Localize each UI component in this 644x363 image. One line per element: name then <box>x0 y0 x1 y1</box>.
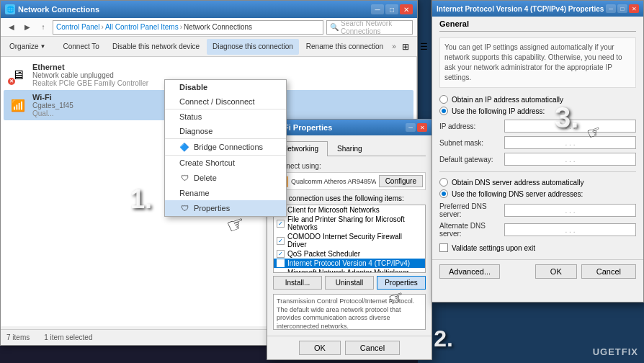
search-box[interactable]: 🔍 Search Network Connections <box>326 20 413 35</box>
selected-count: 1 item selected <box>44 333 92 341</box>
shortcut-menu-label: Create Shortcut <box>179 158 235 167</box>
diagnose-button[interactable]: Diagnose this connection <box>207 39 299 55</box>
wifi-ok-button[interactable]: OK <box>299 341 341 355</box>
rename-label: Rename this connection <box>306 42 383 50</box>
install-button[interactable]: Install... <box>273 276 322 290</box>
breadcrumb-current: Network Connections <box>184 23 252 31</box>
rename-menu-label: Rename <box>179 189 210 197</box>
advanced-button[interactable]: Advanced... <box>439 264 500 279</box>
auto-dns-radio[interactable] <box>439 178 448 187</box>
menu-diagnose[interactable]: Diagnose <box>165 124 286 139</box>
alternate-dns-row: Alternate DNS server: . . . <box>439 222 636 238</box>
sep2: › <box>180 23 182 31</box>
window-title: Network Connections <box>18 5 99 14</box>
tab-sharing[interactable]: Sharing <box>328 141 371 156</box>
organize-button[interactable]: Organize ▼ <box>4 39 52 55</box>
menu-status[interactable]: Status <box>165 109 286 124</box>
manual-ip-row[interactable]: Use the following IP address: <box>439 107 636 115</box>
checkbox-2[interactable]: ✓ <box>277 237 285 245</box>
ipv4-ok-button[interactable]: OK <box>535 264 577 279</box>
properties-action-button[interactable]: Properties <box>377 276 426 290</box>
list-item-1[interactable]: ✓ File and Printer Sharing for Microsoft… <box>274 215 425 232</box>
wifi-props-content: Networking Sharing Connect using: 📶 Qual… <box>267 135 431 336</box>
alternate-dns-input[interactable]: . . . <box>504 223 636 236</box>
wifi-cancel-button[interactable]: Cancel <box>345 341 400 355</box>
title-bar-left: 🌐 Network Connections <box>5 4 99 14</box>
subnet-mask-input[interactable]: . . . <box>504 136 636 149</box>
breadcrumb-all: All Control Panel Items <box>105 23 179 31</box>
description-box: Transmission Control Protocol/Internet P… <box>273 294 426 330</box>
wifi-props-title-bar: Wi-Fi Properties ─ ✕ <box>267 120 431 135</box>
list-item-3[interactable]: ✓ QoS Packet Scheduler <box>274 249 425 259</box>
rename-button[interactable]: Rename this connection <box>300 39 389 55</box>
menu-connect[interactable]: Connect / Disconnect <box>165 94 286 109</box>
up-button[interactable]: ↑ <box>37 21 50 34</box>
adapter-row: 📶 Qualcomm Atheros AR9485WB-EG Wireless … <box>273 172 426 190</box>
menu-shortcut[interactable]: Create Shortcut <box>165 156 286 170</box>
validate-checkbox[interactable] <box>439 243 448 252</box>
menu-properties[interactable]: 🛡 Properties <box>165 200 286 216</box>
bridge-menu-label: Bridge Connections <box>194 143 263 151</box>
bridge-icon: 🔷 <box>179 142 189 152</box>
wifi-props-minimize[interactable]: ─ <box>406 123 416 132</box>
manual-dns-label: Use the following DNS server addresses: <box>452 190 583 198</box>
menu-delete[interactable]: 🛡 Delete <box>165 170 286 186</box>
checkbox-4[interactable]: ✓ <box>277 259 285 267</box>
preferred-dns-input[interactable]: . . . <box>504 204 636 217</box>
connect-to-button[interactable]: Connect To <box>58 39 105 55</box>
menu-bridge[interactable]: 🔷 Bridge Connections <box>165 139 286 156</box>
list-icon-button[interactable]: ☰ <box>416 39 432 55</box>
checkbox-5[interactable] <box>277 273 285 274</box>
dns-radio-group: Obtain DNS server address automatically … <box>439 178 636 198</box>
list-item-0[interactable]: ✓ Client for Microsoft Networks <box>274 205 425 215</box>
ipv4-cancel-button[interactable]: Cancel <box>581 264 636 279</box>
ip-address-input[interactable]: . . . <box>504 120 636 133</box>
ipv4-title-bar: Internet Protocol Version 4 (TCP/IPv4) P… <box>432 1 643 17</box>
connect-using-label: Connect using: <box>273 162 426 170</box>
gateway-input[interactable]: . . . <box>504 153 636 166</box>
ipv4-close[interactable]: ✕ <box>629 4 639 13</box>
minimize-button[interactable]: ─ <box>371 4 384 14</box>
checkbox-3[interactable]: ✓ <box>277 250 285 258</box>
ipv4-description: You can get IP settings assigned automat… <box>439 37 636 88</box>
back-button[interactable]: ◀ <box>5 21 18 34</box>
view-icon-button[interactable]: ⊞ <box>398 39 413 55</box>
manual-ip-radio[interactable] <box>439 107 448 115</box>
ipv4-properties-window: Internet Protocol Version 4 (TCP/IPv4) P… <box>431 0 644 302</box>
list-item-5[interactable]: Microsoft Network Adapter Multiplexor Pr… <box>274 268 425 273</box>
auto-dns-row[interactable]: Obtain DNS server address automatically <box>439 178 636 187</box>
diagnose-label: Diagnose this connection <box>213 42 293 50</box>
manual-dns-radio[interactable] <box>439 189 448 198</box>
ipv4-content: You can get IP settings assigned automat… <box>432 37 643 259</box>
ipv4-buttons: Advanced... OK Cancel <box>432 259 643 283</box>
list-item-2[interactable]: ✓ COMODO Internet Security Firewall Driv… <box>274 232 425 249</box>
list-item-4[interactable]: ✓ Internet Protocol Version 4 (TCP/IPv4) <box>274 259 425 268</box>
auto-ip-label: Obtain an IP address automatically <box>452 96 563 104</box>
manual-dns-row[interactable]: Use the following DNS server addresses: <box>439 189 636 198</box>
connect-to-label: Connect To <box>63 42 99 50</box>
wifi-props-close[interactable]: ✕ <box>417 123 427 132</box>
menu-rename[interactable]: Rename <box>165 186 286 200</box>
breadcrumb-text: Control Panel <box>56 23 100 31</box>
uninstall-button[interactable]: Uninstall <box>325 276 374 290</box>
ethernet-icon-container: 🖥 ✕ <box>8 65 28 85</box>
configure-button[interactable]: Configure <box>379 175 423 187</box>
shield-delete-icon: 🛡 <box>179 173 189 183</box>
maximize-button[interactable]: □ <box>385 4 398 14</box>
auto-ip-row[interactable]: Obtain an IP address automatically <box>439 95 636 104</box>
ethernet-name: Ethernet <box>32 63 409 71</box>
forward-button[interactable]: ▶ <box>21 21 34 34</box>
ipv4-minimize[interactable]: ─ <box>606 4 616 13</box>
wifi-props-buttons: OK Cancel <box>267 336 431 359</box>
ethernet-status: Network cable unplugged <box>32 71 409 79</box>
menu-disable[interactable]: Disable <box>165 80 286 94</box>
ipv4-maximize[interactable]: □ <box>617 4 627 13</box>
disable-button[interactable]: Disable this network device <box>107 39 205 55</box>
auto-ip-radio[interactable] <box>439 95 448 104</box>
auto-dns-label: Obtain DNS server address automatically <box>452 179 583 187</box>
props-tabs: Networking Sharing <box>273 141 426 156</box>
checkbox-1[interactable]: ✓ <box>277 220 285 228</box>
items-list: ✓ Client for Microsoft Networks ✓ File a… <box>273 205 426 273</box>
close-button[interactable]: ✕ <box>400 4 413 14</box>
alternate-dns-label: Alternate DNS server: <box>439 222 504 238</box>
